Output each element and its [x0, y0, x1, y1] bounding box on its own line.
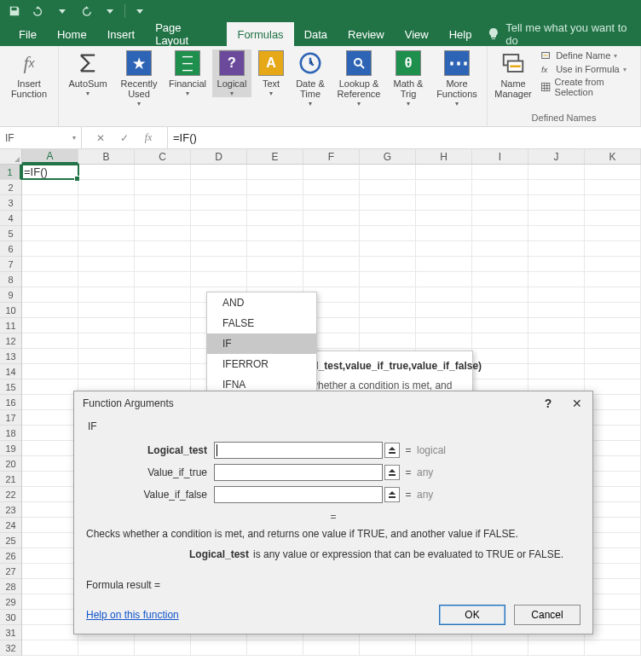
cell-I12[interactable]	[472, 333, 528, 348]
cell-A14[interactable]	[22, 364, 78, 379]
cell-J2[interactable]	[528, 180, 585, 194]
cell-D32[interactable]	[191, 640, 247, 655]
cell-B13[interactable]	[78, 349, 135, 363]
cell-K9[interactable]	[585, 287, 641, 302]
cell-D4[interactable]	[191, 211, 247, 225]
row-header-12[interactable]: 12	[0, 333, 21, 349]
cell-E7[interactable]	[247, 257, 303, 271]
tab-insert[interactable]: Insert	[97, 22, 146, 46]
row-header-1[interactable]: 1	[0, 165, 21, 180]
cell-A15[interactable]	[22, 379, 78, 394]
cell-K5[interactable]	[585, 226, 641, 240]
cell-J8[interactable]	[528, 272, 585, 287]
create-from-selection-button[interactable]: Create from Selection	[540, 77, 635, 97]
cell-K11[interactable]	[585, 318, 641, 333]
row-header-8[interactable]: 8	[0, 272, 21, 287]
cell-A16[interactable]	[22, 395, 78, 409]
row-header-23[interactable]: 23	[0, 502, 21, 518]
cell-A13[interactable]	[22, 349, 78, 363]
cell-I32[interactable]	[472, 640, 528, 655]
cell-F2[interactable]	[303, 180, 360, 194]
cell-D3[interactable]	[191, 195, 247, 210]
cell-H2[interactable]	[416, 180, 472, 194]
column-header-i[interactable]: I	[472, 149, 528, 164]
cell-J5[interactable]	[528, 226, 585, 240]
cell-F1[interactable]	[303, 165, 360, 179]
cell-I7[interactable]	[472, 257, 528, 271]
cell-B6[interactable]	[78, 241, 135, 256]
cell-A17[interactable]	[22, 410, 78, 425]
tab-data[interactable]: Data	[294, 22, 338, 46]
cell-J1[interactable]	[528, 165, 585, 179]
column-header-d[interactable]: D	[191, 149, 247, 164]
row-header-11[interactable]: 11	[0, 318, 21, 333]
cell-F4[interactable]	[303, 211, 360, 225]
row-header-28[interactable]: 28	[0, 579, 21, 594]
cell-F8[interactable]	[303, 272, 360, 287]
select-all-button[interactable]	[0, 149, 22, 164]
row-header-14[interactable]: 14	[0, 364, 21, 379]
cell-H4[interactable]	[416, 211, 472, 225]
cell-A7[interactable]	[22, 257, 78, 271]
cell-E4[interactable]	[247, 211, 303, 225]
cell-F7[interactable]	[303, 257, 360, 271]
arg-input-value_if_false[interactable]	[214, 486, 383, 503]
use-in-formula-button[interactable]: fx Use in Formula ▾	[540, 63, 635, 75]
cell-D1[interactable]	[191, 165, 247, 179]
row-header-16[interactable]: 16	[0, 395, 21, 410]
row-header-22[interactable]: 22	[0, 487, 21, 502]
cell-A30[interactable]	[22, 610, 78, 624]
cell-A12[interactable]	[22, 333, 78, 348]
cell-B11[interactable]	[78, 318, 135, 333]
cell-G5[interactable]	[360, 226, 416, 240]
cell-C6[interactable]	[135, 241, 191, 256]
cell-K4[interactable]	[585, 211, 641, 225]
row-header-25[interactable]: 25	[0, 533, 21, 548]
financial-button[interactable]: ——— Financial ▾	[166, 49, 209, 97]
column-header-a[interactable]: A	[22, 149, 78, 164]
cell-B5[interactable]	[78, 226, 135, 240]
menu-item-iferror[interactable]: IFERROR	[207, 354, 316, 374]
menu-item-and[interactable]: AND	[207, 293, 316, 313]
row-header-26[interactable]: 26	[0, 548, 21, 564]
cell-F6[interactable]	[303, 241, 360, 256]
cell-G1[interactable]	[360, 165, 416, 179]
column-header-k[interactable]: K	[585, 149, 641, 164]
cell-B9[interactable]	[78, 287, 135, 302]
cell-A6[interactable]	[22, 241, 78, 256]
formula-input[interactable]: =IF()	[168, 127, 641, 148]
save-icon[interactable]	[5, 2, 24, 20]
cell-A29[interactable]	[22, 594, 78, 609]
cell-H7[interactable]	[416, 257, 472, 271]
cell-J3[interactable]	[528, 195, 585, 210]
cell-J4[interactable]	[528, 211, 585, 225]
cell-H9[interactable]	[416, 287, 472, 302]
cell-G32[interactable]	[360, 640, 416, 655]
cell-E2[interactable]	[247, 180, 303, 194]
collapse-dialog-button[interactable]	[384, 443, 400, 458]
cell-G9[interactable]	[360, 287, 416, 302]
arg-input-value_if_true[interactable]	[214, 464, 383, 481]
cell-D6[interactable]	[191, 241, 247, 256]
row-header-18[interactable]: 18	[0, 426, 21, 441]
cell-D5[interactable]	[191, 226, 247, 240]
define-name-button[interactable]: Define Name ▾	[540, 49, 635, 61]
cell-H10[interactable]	[416, 303, 472, 317]
more-functions-button[interactable]: ⋯ More Functions ▾	[432, 49, 482, 107]
lookup-button[interactable]: Lookup & Reference ▾	[333, 49, 384, 107]
cell-C3[interactable]	[135, 195, 191, 210]
name-manager-button[interactable]: Name Manager	[493, 49, 534, 99]
tell-me[interactable]: Tell me what you want to do	[487, 22, 641, 46]
cell-A10[interactable]	[22, 303, 78, 317]
insert-function-fx-button[interactable]: fx	[141, 131, 155, 144]
tab-review[interactable]: Review	[338, 22, 395, 46]
cell-J10[interactable]	[528, 303, 585, 317]
cell-B10[interactable]	[78, 303, 135, 317]
cell-C14[interactable]	[135, 364, 191, 379]
cell-B4[interactable]	[78, 211, 135, 225]
cell-I8[interactable]	[472, 272, 528, 287]
cell-G4[interactable]	[360, 211, 416, 225]
cell-K6[interactable]	[585, 241, 641, 256]
cell-H8[interactable]	[416, 272, 472, 287]
cell-J14[interactable]	[528, 364, 585, 379]
